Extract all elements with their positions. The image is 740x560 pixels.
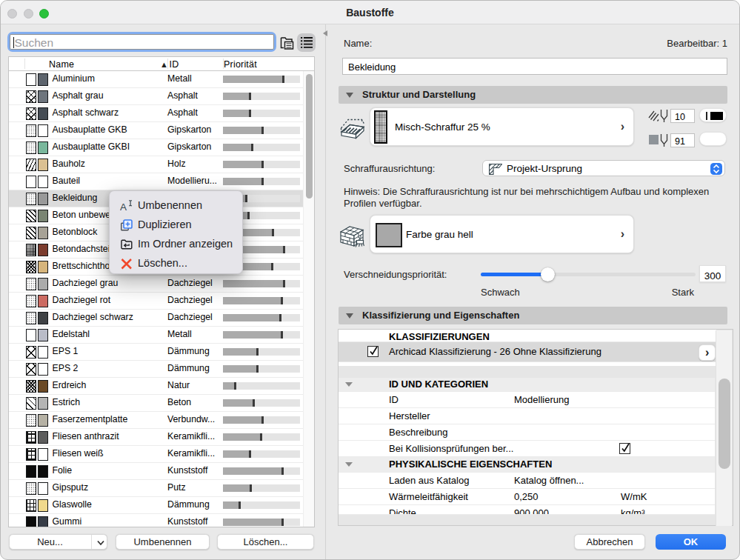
svg-text:A: A [120,201,127,213]
